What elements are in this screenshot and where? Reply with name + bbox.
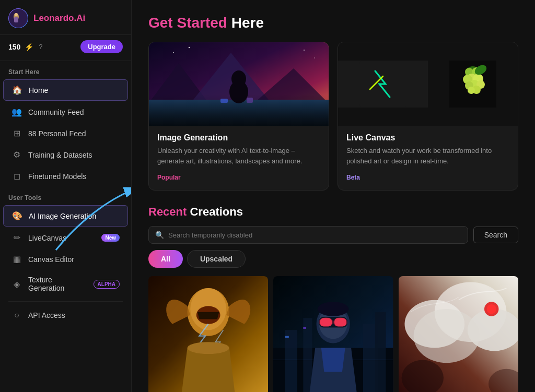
sidebar-item-training-label: Training & Datasets	[28, 151, 92, 159]
live-canvas-card[interactable]: Live Canvas Sketch and watch your work b…	[338, 42, 518, 191]
svg-point-30	[468, 87, 475, 94]
title-highlight: Get Started	[148, 15, 227, 31]
search-icon: 🔍	[155, 231, 164, 239]
recent-creations-heading: Recent Creations	[148, 205, 518, 219]
logo-avatar	[8, 8, 28, 28]
filter-all[interactable]: All	[148, 250, 183, 268]
svg-rect-40	[304, 318, 312, 392]
live-canvas-body: Live Canvas Sketch and watch your work b…	[338, 126, 518, 190]
svg-rect-45	[304, 327, 307, 328]
live-canvas-desc: Sketch and watch your work be transforme…	[346, 146, 509, 166]
sidebar-item-texture-gen[interactable]: ◈ Texture Generation ALPHA	[3, 270, 128, 298]
svg-point-51	[319, 317, 333, 327]
search-button[interactable]: Search	[473, 227, 518, 243]
svg-point-11	[231, 70, 246, 87]
logo-name: Leonardo	[33, 13, 74, 23]
finetuned-icon: ◻	[11, 171, 22, 181]
sidebar-item-livecanvas-label: LiveCanvas	[28, 234, 66, 242]
sidebar-item-community-feed[interactable]: 👥 Community Feed	[3, 102, 128, 122]
canvas-result-area	[428, 61, 518, 108]
image-generation-thumbnail	[149, 42, 329, 126]
creation-thumb-3[interactable]	[399, 276, 518, 392]
svg-rect-12	[220, 99, 228, 103]
svg-rect-13	[247, 98, 253, 103]
section-start-label: Start Here	[0, 61, 131, 79]
canvas-sketch-area	[338, 61, 428, 108]
sidebar-item-api-label: API Access	[28, 311, 65, 319]
svg-point-36	[188, 342, 229, 354]
svg-point-52	[333, 317, 348, 327]
sidebar-item-api-access[interactable]: ○ API Access	[3, 305, 128, 325]
svg-point-58	[413, 309, 479, 363]
sidebar-item-training[interactable]: ⚙ Training & Datasets	[3, 145, 128, 165]
recent-rest: Creations	[187, 205, 243, 218]
svg-rect-3	[14, 17, 18, 22]
sidebar-divider	[8, 301, 123, 302]
alpha-badge: ALPHA	[94, 280, 120, 289]
canvas-editor-icon: ▦	[11, 254, 22, 264]
image-generation-card[interactable]: Image Generation Unleash your creativity…	[148, 42, 329, 191]
creations-grid	[148, 276, 518, 392]
section-tools-label: User Tools	[0, 187, 131, 205]
live-canvas-thumbnail	[338, 42, 518, 126]
sidebar-item-finetuned-label: Finetuned Models	[28, 172, 86, 181]
community-icon: 👥	[11, 107, 22, 117]
sidebar: Leonardo.Ai 150 ⚡ ? Upgrade Start Here 🏠…	[0, 0, 132, 392]
image-generation-desc: Unleash your creativity with AI text-to-…	[157, 146, 320, 166]
live-canvas-title: Live Canvas	[346, 133, 509, 142]
search-bar: 🔍 Search	[148, 226, 518, 244]
new-badge: New	[101, 234, 120, 242]
home-icon: 🏠	[12, 85, 22, 95]
live-canvas-tag: Beta	[346, 174, 360, 181]
sidebar-item-ai-image[interactable]: 🎨 AI Image Generation	[3, 205, 128, 227]
search-input-wrapper: 🔍	[148, 226, 468, 244]
image-generation-tag: Popular	[157, 174, 181, 181]
svg-point-53	[318, 302, 349, 316]
sidebar-item-personal-feed[interactable]: ⊞ 88 Personal Feed	[3, 123, 128, 144]
feature-cards: Image Generation Unleash your creativity…	[148, 42, 518, 191]
api-icon: ○	[11, 311, 22, 320]
filter-upscaled[interactable]: Upscaled	[187, 250, 246, 268]
ai-image-icon: 🎨	[12, 211, 22, 221]
title-rest: Here	[227, 15, 264, 31]
sidebar-item-canvas-editor[interactable]: ▦ Canvas Editor	[3, 249, 128, 269]
recent-highlight: Recent	[148, 205, 187, 218]
filter-tabs: All Upscaled	[148, 250, 518, 268]
credits-icon: ⚡	[25, 43, 33, 51]
svg-point-60	[486, 304, 496, 314]
help-icon[interactable]: ?	[39, 43, 42, 51]
sidebar-item-texture-label: Texture Generation	[28, 276, 87, 292]
search-input[interactable]	[168, 231, 461, 239]
sidebar-item-home[interactable]: 🏠 Home	[3, 79, 128, 101]
svg-point-17	[314, 57, 315, 58]
credits-bar: 150 ⚡ ? Upgrade	[0, 35, 131, 61]
sidebar-item-livecanvas[interactable]: ✏ LiveCanvas New	[3, 228, 128, 248]
sidebar-item-home-label: Home	[29, 86, 48, 94]
personal-icon: ⊞	[11, 128, 22, 138]
logo-suffix: .Ai	[74, 13, 85, 23]
training-icon: ⚙	[11, 150, 22, 160]
sidebar-item-ai-image-label: AI Image Generation	[29, 212, 96, 220]
page-title: Get Started Here	[148, 15, 518, 31]
svg-rect-42	[375, 312, 386, 392]
image-generation-body: Image Generation Unleash your creativity…	[149, 126, 329, 190]
creation-thumb-1[interactable]	[148, 276, 268, 392]
image-generation-title: Image Generation	[157, 133, 320, 142]
credits-count: 150	[8, 43, 20, 51]
sidebar-item-canvas-editor-label: Canvas Editor	[28, 255, 74, 264]
svg-rect-9	[149, 100, 329, 126]
svg-point-2	[15, 13, 18, 16]
sidebar-item-personal-label: 88 Personal Feed	[28, 129, 86, 138]
texture-icon: ◈	[11, 279, 22, 289]
sidebar-header: Leonardo.Ai	[0, 0, 131, 35]
livecanvas-icon: ✏	[11, 233, 22, 243]
svg-rect-44	[285, 336, 289, 338]
main-content: Get Started Here	[132, 0, 535, 392]
svg-point-14	[173, 52, 174, 53]
svg-point-15	[189, 47, 190, 48]
logo-wordmark: Leonardo.Ai	[33, 13, 85, 23]
sidebar-item-community-label: Community Feed	[28, 108, 84, 116]
sidebar-item-finetuned[interactable]: ◻ Finetuned Models	[3, 166, 128, 186]
upgrade-button[interactable]: Upgrade	[80, 40, 123, 53]
creation-thumb-2[interactable]	[273, 276, 393, 392]
